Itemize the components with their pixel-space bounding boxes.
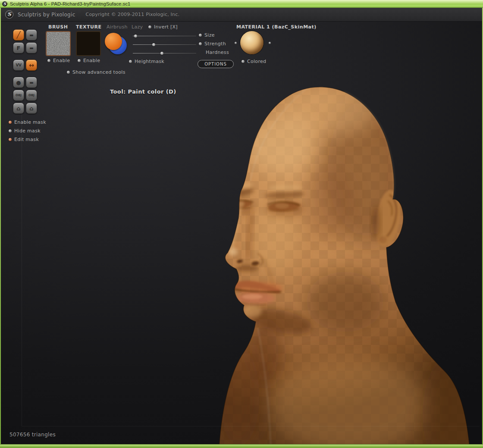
texture-enable-toggle[interactable]: Enable bbox=[78, 58, 100, 63]
brush-alpha-thumbnail[interactable] bbox=[46, 31, 71, 56]
strength-slider-label[interactable]: Strength bbox=[199, 41, 226, 47]
radio-icon bbox=[78, 59, 81, 62]
edit-mask-label: Edit mask bbox=[14, 137, 39, 142]
sculptris-logo-icon: S bbox=[5, 10, 13, 19]
slider-track bbox=[133, 53, 196, 53]
slider-knob[interactable] bbox=[134, 34, 137, 38]
new-plane-button[interactable]: ▬ bbox=[26, 77, 37, 88]
colored-toggle[interactable]: Colored bbox=[242, 59, 266, 64]
enable-mask-label: Enable mask bbox=[14, 119, 46, 125]
import-obj-button[interactable]: OBJ bbox=[13, 90, 24, 101]
texture-section-label: TEXTURE bbox=[76, 24, 101, 30]
size-slider-label[interactable]: Size bbox=[199, 32, 215, 38]
strength-slider[interactable] bbox=[133, 43, 196, 46]
triangle-count: 507656 triangles bbox=[9, 432, 56, 438]
slider-track bbox=[133, 44, 196, 45]
radio-icon bbox=[9, 121, 12, 124]
airbrush-toggle[interactable]: Airbrush bbox=[107, 24, 128, 30]
brush-enable-toggle[interactable]: Enable bbox=[47, 58, 70, 63]
brush-enable-label: Enable bbox=[53, 58, 70, 63]
texture-thumbnail[interactable] bbox=[76, 31, 101, 56]
brush-noise-preview bbox=[47, 32, 70, 55]
wave-icon: VV bbox=[16, 63, 22, 67]
radio-icon bbox=[199, 42, 202, 45]
app-window: S Sculptris by Pixologic Copyright © 200… bbox=[0, 0, 483, 448]
export-obj-button[interactable]: OBJ bbox=[26, 90, 37, 101]
invert-label: Invert [X] bbox=[154, 24, 178, 30]
paint-brush-tool-button[interactable]: ╱ bbox=[13, 29, 24, 41]
texture-enable-label: Enable bbox=[83, 58, 100, 63]
hardness-slider[interactable] bbox=[133, 51, 196, 55]
obj-import-icon: OBJ bbox=[16, 94, 22, 97]
colored-label: Colored bbox=[247, 59, 266, 64]
invert-toggle[interactable]: Invert [X] bbox=[148, 24, 178, 30]
save-file-button[interactable]: ⌂ bbox=[26, 103, 37, 114]
radio-icon bbox=[199, 34, 202, 37]
new-sphere-button[interactable]: ● bbox=[13, 77, 24, 88]
size-slider[interactable] bbox=[133, 34, 196, 38]
size-label: Size bbox=[204, 32, 215, 38]
radio-icon bbox=[9, 138, 12, 141]
copyright-text: Copyright © 2009-2011 Pixologic, Inc. bbox=[86, 12, 180, 17]
show-advanced-tools-label: Show advanced tools bbox=[72, 69, 125, 75]
viewport-border-horizontal bbox=[22, 426, 480, 426]
active-tool-status: Tool: Paint color (D) bbox=[110, 88, 176, 95]
paint-color-swatch[interactable] bbox=[105, 33, 122, 50]
fill-tool-button[interactable]: F bbox=[13, 42, 24, 53]
smooth-icon: ▬ bbox=[29, 46, 33, 50]
window-title: Sculptris Alpha 6 - PAD-Richard3-tryPain… bbox=[10, 0, 130, 8]
sphere-icon: ● bbox=[16, 79, 21, 86]
flatten-icon: ▬ bbox=[29, 33, 33, 38]
radio-icon bbox=[129, 60, 132, 63]
material-next-arrow[interactable] bbox=[269, 42, 271, 44]
strength-label: Strength bbox=[204, 41, 226, 47]
window-frame-bottom bbox=[0, 444, 483, 448]
heightmask-label: Heightmask bbox=[135, 59, 164, 64]
material-prev-arrow[interactable] bbox=[235, 42, 237, 44]
window-frame-left bbox=[0, 8, 1, 448]
wave-tool-button[interactable]: VV bbox=[13, 60, 24, 71]
lazy-toggle[interactable]: Lazy bbox=[132, 24, 143, 30]
open-file-button[interactable]: ⌂ bbox=[13, 103, 24, 114]
hardness-label: Hardness bbox=[206, 50, 229, 55]
brand-text: Sculptris by Pixologic bbox=[18, 12, 75, 18]
flatten-tool-button[interactable]: ▬ bbox=[26, 29, 37, 41]
open-file-icon: ⌂ bbox=[16, 105, 20, 112]
obj-export-icon: OBJ bbox=[28, 94, 34, 97]
radio-icon bbox=[242, 60, 245, 63]
app-header: S Sculptris by Pixologic Copyright © 200… bbox=[1, 8, 482, 22]
show-advanced-tools-toggle[interactable]: Show advanced tools bbox=[67, 69, 125, 75]
slider-knob[interactable] bbox=[152, 43, 155, 46]
plane-icon: ▬ bbox=[29, 80, 33, 85]
radio-icon bbox=[9, 129, 12, 132]
enable-mask-toggle[interactable]: Enable mask bbox=[9, 119, 46, 125]
radio-icon bbox=[148, 25, 151, 28]
heightmask-toggle[interactable]: Heightmask bbox=[129, 59, 164, 64]
material-label: MATERIAL 1 (BazC_SkinMat) bbox=[236, 24, 317, 30]
slider-track bbox=[133, 36, 196, 36]
options-button[interactable]: OPTIONS bbox=[198, 60, 234, 68]
hide-mask-label: Hide mask bbox=[14, 128, 41, 134]
move-tool-button[interactable]: ↔ bbox=[26, 60, 37, 71]
fill-icon: F bbox=[17, 45, 21, 51]
radio-icon bbox=[47, 59, 50, 62]
edit-mask-toggle[interactable]: Edit mask bbox=[9, 137, 39, 142]
smooth-tool-button[interactable]: ▬ bbox=[26, 42, 37, 53]
material-sphere-preview[interactable] bbox=[240, 31, 263, 54]
move-arrows-icon: ↔ bbox=[29, 62, 34, 69]
paint-brush-icon: ╱ bbox=[16, 31, 20, 39]
brush-section-label: BRUSH bbox=[48, 24, 68, 30]
radio-icon bbox=[67, 71, 70, 74]
window-icon: S bbox=[2, 1, 7, 6]
viewport-border-vertical bbox=[22, 100, 22, 426]
slider-knob[interactable] bbox=[160, 52, 163, 55]
hide-mask-toggle[interactable]: Hide mask bbox=[9, 128, 41, 134]
save-file-icon: ⌂ bbox=[29, 105, 33, 112]
title-bar[interactable]: S Sculptris Alpha 6 - PAD-Richard3-tryPa… bbox=[0, 0, 483, 8]
